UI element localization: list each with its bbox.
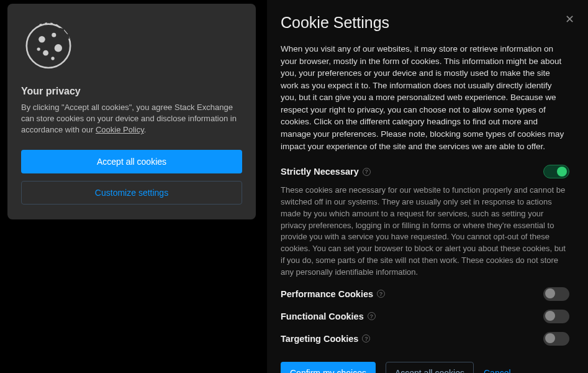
privacy-title: Your privacy (21, 86, 242, 97)
category-title-text: Performance Cookies (281, 289, 373, 299)
toggle-performance[interactable] (543, 287, 569, 301)
svg-point-1 (38, 36, 45, 43)
toggle-functional[interactable] (543, 310, 569, 323)
accept-all-button[interactable]: Accept all cookies (21, 150, 242, 173)
help-icon[interactable]: ? (377, 290, 385, 298)
bottom-actions: Confirm my choices Accept all cookies Ca… (281, 362, 569, 373)
category-title[interactable]: Strictly Necessary ? (281, 167, 371, 177)
cookie-settings-panel: ✕ Cookie Settings When you visit any of … (267, 0, 588, 373)
toggle-knob (557, 167, 567, 177)
cookie-policy-link[interactable]: Cookie Policy (96, 125, 144, 134)
svg-point-5 (37, 47, 40, 50)
category-functional: Functional Cookies ? (281, 310, 569, 323)
category-header: Performance Cookies ? (281, 287, 569, 301)
category-title-text: Functional Cookies (281, 311, 364, 321)
toggle-knob (545, 311, 555, 321)
category-title-text: Targeting Cookies (281, 334, 358, 344)
accept-all-button-secondary[interactable]: Accept all cookies (386, 362, 474, 373)
svg-point-6 (51, 57, 54, 60)
svg-point-2 (52, 33, 56, 37)
privacy-card: Your privacy By clicking "Accept all coo… (7, 4, 256, 219)
category-performance: Performance Cookies ? (281, 287, 569, 301)
category-header: Targeting Cookies ? (281, 332, 569, 346)
category-title[interactable]: Performance Cookies ? (281, 289, 385, 299)
customize-settings-button[interactable]: Customize settings (21, 181, 242, 205)
toggle-knob (545, 333, 555, 343)
category-header: Functional Cookies ? (281, 310, 569, 323)
category-targeting: Targeting Cookies ? (281, 332, 569, 346)
help-icon[interactable]: ? (368, 312, 376, 320)
settings-intro: When you visit any of our websites, it m… (281, 43, 569, 152)
category-description: These cookies are necessary for our webs… (281, 185, 569, 279)
toggle-knob (545, 288, 555, 298)
help-icon[interactable]: ? (363, 168, 371, 176)
cookie-icon (21, 17, 76, 72)
category-header: Strictly Necessary ? (281, 165, 569, 178)
toggle-strictly-necessary (543, 165, 569, 178)
settings-title: Cookie Settings (281, 14, 569, 32)
svg-point-4 (43, 50, 48, 56)
category-title-text: Strictly Necessary (281, 167, 359, 177)
toggle-targeting[interactable] (543, 332, 569, 346)
category-title[interactable]: Targeting Cookies ? (281, 334, 370, 344)
help-icon[interactable]: ? (362, 334, 370, 343)
category-strictly-necessary: Strictly Necessary ? These cookies are n… (281, 165, 569, 279)
close-icon[interactable]: ✕ (565, 14, 574, 25)
cancel-button[interactable]: Cancel (484, 368, 511, 373)
privacy-desc-suffix: . (144, 125, 147, 134)
confirm-choices-button[interactable]: Confirm my choices (281, 362, 376, 373)
privacy-description: By clicking "Accept all cookies", you ag… (21, 102, 242, 136)
svg-point-3 (55, 44, 62, 52)
category-title[interactable]: Functional Cookies ? (281, 311, 376, 321)
